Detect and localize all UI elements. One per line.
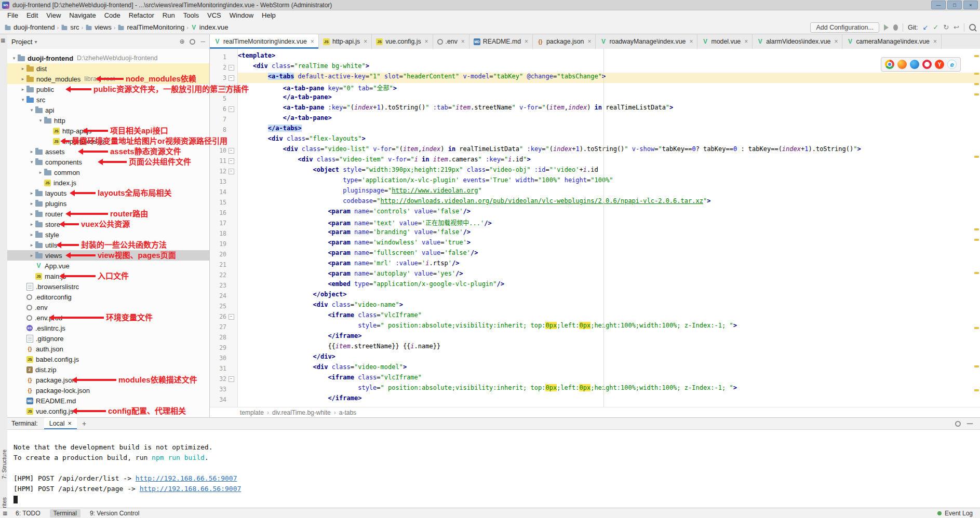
tree-item-assets[interactable]: ▸assets xyxy=(7,146,209,157)
close-icon[interactable]: × xyxy=(744,38,748,45)
new-terminal-button[interactable]: + xyxy=(82,419,86,428)
tree-item-common[interactable]: ▸common xyxy=(7,167,209,178)
code-line-28[interactable]: </iframe> xyxy=(238,332,980,343)
tree-item-auth.json[interactable]: {}auth.json xyxy=(7,344,209,354)
close-icon[interactable]: × xyxy=(311,38,314,45)
tree-item-style[interactable]: ▸style xyxy=(7,229,209,240)
tree-item-node_modules[interactable]: ▸node_moduleslibrary root xyxy=(7,74,209,84)
breadcrumb-item-src[interactable]: src xyxy=(61,23,79,31)
menu-edit[interactable]: Edit xyxy=(22,10,42,21)
tree-item-.gitignore[interactable]: .gitignore xyxy=(7,333,209,344)
code-line-19[interactable]: <param name='windowless' value='true'> xyxy=(238,239,980,249)
stripe-item-structure[interactable]: 7: Structure xyxy=(0,449,7,479)
inspection-mark[interactable] xyxy=(974,156,979,158)
code-line-15[interactable]: codebase="http://downloads.videolan.org/… xyxy=(238,197,980,208)
tree-item-.env.prod[interactable]: .env.prod xyxy=(7,312,209,323)
tree-item-importExcel.js[interactable]: JSimportExcel.js xyxy=(7,136,209,146)
statusbar-item-terminal[interactable]: Terminal xyxy=(50,509,80,517)
tool-window-corner-icon[interactable]: ▦ xyxy=(3,510,7,516)
inspection-mark[interactable] xyxy=(974,73,979,75)
close-icon[interactable]: × xyxy=(68,420,72,427)
code-line-11[interactable]: <div class="video-item" v-for="i in item… xyxy=(238,156,980,166)
code-line-34[interactable]: </iframe> xyxy=(238,394,980,405)
editor-tab-model.vue[interactable]: Vmodel.vue× xyxy=(697,34,753,49)
chevron-collapsed-icon[interactable]: ▸ xyxy=(28,253,35,258)
code-editor[interactable]: <template> <div class="realTime bg-white… xyxy=(238,49,980,407)
tree-item-views[interactable]: ▸views xyxy=(7,250,209,261)
chrome-browser-icon[interactable] xyxy=(885,60,894,69)
chevron-collapsed-icon[interactable]: ▸ xyxy=(19,87,26,92)
code-line-23[interactable]: <embed type="application/x-google-vlc-pl… xyxy=(238,280,980,291)
tool-window-switcher-icon[interactable]: ▦ xyxy=(1,37,5,43)
close-icon[interactable]: × xyxy=(461,38,465,45)
history-icon[interactable]: ↻ xyxy=(943,24,949,31)
breadcrumb-item-duoji-frontend[interactable]: duoji-frontend xyxy=(4,23,55,31)
menu-refactor[interactable]: Refactor xyxy=(125,10,158,21)
tree-item-http-api.js[interactable]: JShttp-api.js xyxy=(7,126,209,136)
close-icon[interactable]: × xyxy=(425,38,428,45)
menu-view[interactable]: View xyxy=(42,10,65,21)
menu-run[interactable]: Run xyxy=(158,10,179,21)
code-line-4[interactable]: <a-tab-pane key="0" tab="全部"> xyxy=(238,83,980,93)
tree-item-components[interactable]: ▾components xyxy=(7,157,209,167)
editor-tab-cameraManage-index.vue[interactable]: VcameraManage\index.vue× xyxy=(842,34,942,49)
tree-item-.browserslistrc[interactable]: .browserslistrc xyxy=(7,281,209,292)
terminal-settings-icon[interactable] xyxy=(955,421,961,427)
chevron-collapsed-icon[interactable]: ▸ xyxy=(28,149,35,154)
code-line-25[interactable]: <div class="video-name"> xyxy=(238,301,980,311)
terminal-output[interactable]: Note that the development build is not o… xyxy=(7,430,980,505)
editor-tab-alarmVideos-index.vue[interactable]: ValarmVideos\index.vue× xyxy=(753,34,842,49)
editor-breadcrumb-a-tabs[interactable]: a-tabs xyxy=(339,409,356,416)
code-line-16[interactable]: <param name='controls' value='false'/> xyxy=(238,208,980,218)
tree-item-App.vue[interactable]: VApp.vue xyxy=(7,261,209,271)
locate-icon[interactable]: ⊕ xyxy=(179,38,184,45)
code-line-9[interactable]: <div class="flex-layouts"> xyxy=(238,135,980,145)
terminal-tab-local[interactable]: Local × xyxy=(44,418,77,429)
inspection-mark[interactable] xyxy=(974,272,979,274)
editor-tab-.env[interactable]: .env× xyxy=(433,34,469,49)
close-icon[interactable]: × xyxy=(933,38,937,45)
tree-item-.eslintrc.js[interactable]: ES.eslintrc.js xyxy=(7,323,209,333)
breadcrumb-item-index.vue[interactable]: Vindex.vue xyxy=(191,23,229,31)
code-line-2[interactable]: <div class="realTime bg-white"> xyxy=(238,62,980,73)
fold-marker-icon[interactable] xyxy=(226,86,236,91)
editor-tab-README.md[interactable]: MDREADME.md× xyxy=(469,34,533,49)
inspection-mark[interactable] xyxy=(974,389,979,391)
code-line-32[interactable]: <iframe class="vlcIframe" xyxy=(238,374,980,384)
code-line-8[interactable]: </a-tabs> xyxy=(238,125,980,135)
rollback-icon[interactable]: ↩ xyxy=(954,24,959,31)
chevron-expanded-icon[interactable]: ▾ xyxy=(19,97,26,102)
fold-marker-icon[interactable] xyxy=(226,65,236,71)
chevron-collapsed-icon[interactable]: ▸ xyxy=(19,66,26,71)
tree-item-package.json[interactable]: {}package.json xyxy=(7,375,209,385)
terminal-link[interactable]: http://192.168.66.56:9007 xyxy=(140,485,241,493)
tree-item-README.md[interactable]: MDREADME.md xyxy=(7,396,209,406)
chevron-collapsed-icon[interactable]: ▸ xyxy=(28,201,35,206)
statusbar-item-6-todo[interactable]: 6: TODO xyxy=(16,510,41,517)
inspection-mark[interactable] xyxy=(974,55,979,57)
editor-tab-package.json[interactable]: {}package.json× xyxy=(533,34,596,49)
statusbar-item-9-version-control[interactable]: 9: Version Control xyxy=(90,510,139,517)
chevron-down-icon[interactable]: ▾ xyxy=(34,39,37,45)
editor-breadcrumb-div.realTime.bg-white[interactable]: div.realTime.bg-white xyxy=(272,409,331,416)
close-button[interactable]: × xyxy=(963,1,978,9)
inspection-mark[interactable] xyxy=(974,239,979,241)
tree-item-store[interactable]: ▸store xyxy=(7,219,209,229)
editor-tab-http-api.js[interactable]: JShttp-api.js× xyxy=(319,34,372,49)
code-line-7[interactable]: </a-tab-pane> xyxy=(238,114,980,125)
chevron-expanded-icon[interactable]: ▾ xyxy=(37,118,44,123)
close-icon[interactable]: × xyxy=(364,38,367,45)
tree-item-dist[interactable]: ▸dist xyxy=(7,63,209,74)
code-line-3[interactable]: <a-tabs default-active-key="1" slot="hea… xyxy=(238,73,980,83)
editor-body[interactable]: 1234567891011121314151617181920212223242… xyxy=(210,49,980,407)
menu-vcs[interactable]: VCS xyxy=(203,10,225,21)
chevron-collapsed-icon[interactable]: ▸ xyxy=(28,232,35,237)
editor-breadcrumb-template[interactable]: template xyxy=(240,409,264,416)
inspection-mark[interactable] xyxy=(974,93,979,96)
chevron-collapsed-icon[interactable]: ▸ xyxy=(37,170,44,175)
tree-item-main.js[interactable]: JSmain.js xyxy=(7,271,209,281)
code-line-27[interactable]: style=" position:absolute;visibility:inh… xyxy=(238,322,980,332)
code-line-13[interactable]: type='application/x-vlc-plugin' events='… xyxy=(238,176,980,187)
editor-tab-vue.config.js[interactable]: JSvue.config.js× xyxy=(372,34,433,49)
inspection-mark[interactable] xyxy=(974,83,979,85)
